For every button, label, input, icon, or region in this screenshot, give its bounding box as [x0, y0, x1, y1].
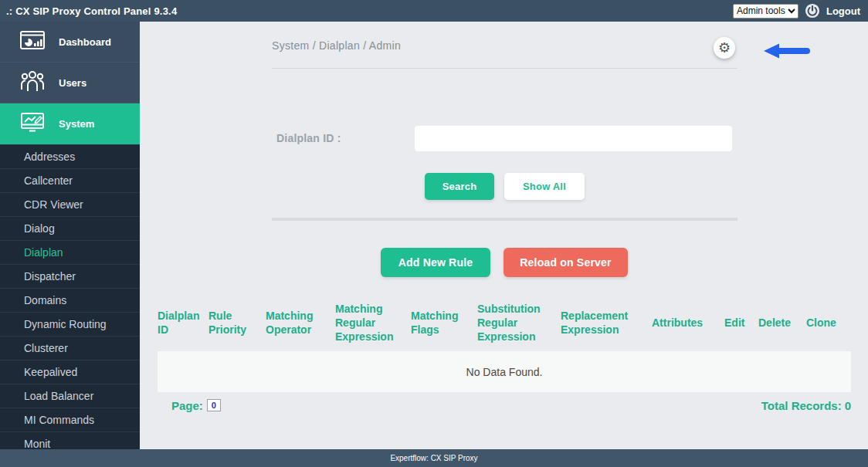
power-icon[interactable] [805, 3, 820, 19]
search-button[interactable]: Search [425, 173, 494, 200]
sidebar-item-addresses[interactable]: Addresses [0, 144, 140, 168]
sidebar-item-label: Dashboard [59, 36, 111, 48]
sidebar-sub-label: CDR Viewer [24, 198, 83, 211]
users-icon [19, 69, 46, 96]
page-number-button[interactable]: 0 [207, 399, 221, 411]
sidebar-item-callcenter[interactable]: Callcenter [0, 168, 140, 192]
sidebar-item-system[interactable]: System [0, 103, 140, 144]
admin-tools-select[interactable]: Admin tools [733, 4, 798, 19]
sidebar-item-monit[interactable]: Monit [0, 431, 140, 449]
section-divider [272, 218, 737, 221]
main-content: System / Dialplan / Admin ⚙ Dialplan ID … [140, 22, 868, 449]
sidebar-sub-label: Dispatcher [24, 270, 76, 283]
sidebar-sub-label: Keepalived [24, 366, 77, 378]
settings-button[interactable]: ⚙ [714, 37, 735, 59]
column-header: Clone [806, 316, 851, 330]
sidebar-sub-label: Addresses [24, 151, 75, 163]
sidebar-item-clusterer[interactable]: Clusterer [0, 336, 140, 360]
dialplan-id-label: Dialplan ID : [276, 132, 341, 144]
column-header: Attributes [652, 316, 724, 330]
system-icon [19, 111, 46, 137]
sidebar-sub-label: Load Balancer [24, 390, 93, 402]
sidebar-sub-label: Dialog [24, 222, 55, 235]
dashboard-icon [19, 29, 46, 54]
breadcrumb-bar: System / Dialplan / Admin [272, 39, 737, 69]
breadcrumb: System / Dialplan / Admin [272, 39, 401, 52]
sidebar-sub-label: Clusterer [24, 342, 68, 354]
rules-table-header: Dialplan ID Rule Priority Matching Opera… [158, 302, 851, 344]
footer-bar: Expertflow: CX SIP Proxy [0, 449, 868, 467]
column-header: Dialplan ID [158, 309, 209, 337]
sidebar-item-dashboard[interactable]: Dashboard [0, 22, 140, 63]
sidebar-item-dispatcher[interactable]: Dispatcher [0, 264, 140, 288]
column-header: Matching Regular Expression [335, 302, 411, 344]
sidebar-item-domains[interactable]: Domains [0, 288, 140, 312]
sidebar-item-dialplan[interactable]: Dialplan [0, 240, 140, 264]
sidebar: Dashboard Users System Addr [0, 22, 140, 449]
show-all-button[interactable]: Show All [504, 173, 585, 200]
total-records-value: 0 [845, 399, 851, 412]
sidebar-item-label: System [59, 118, 94, 130]
column-header: Replacement Expression [561, 309, 652, 337]
column-header: Matching Operator [266, 309, 335, 337]
sidebar-sub-label: Dialplan [24, 246, 63, 259]
sidebar-sub-label: MI Commands [24, 414, 94, 426]
app-title: .: CX SIP Proxy Control Panel 9.3.4 [6, 5, 177, 17]
reload-on-server-button[interactable]: Reload on Server [504, 248, 628, 277]
arrow-left-icon [762, 42, 813, 60]
sidebar-item-keepalived[interactable]: Keepalived [0, 360, 140, 384]
dialplan-id-input[interactable] [415, 126, 732, 151]
sidebar-item-dynamic-routing[interactable]: Dynamic Routing [0, 312, 140, 336]
sidebar-item-dialog[interactable]: Dialog [0, 216, 140, 240]
sidebar-item-cdr-viewer[interactable]: CDR Viewer [0, 192, 140, 216]
sidebar-sub-label: Monit [24, 438, 50, 449]
no-data-message: No Data Found. [466, 366, 543, 378]
sidebar-item-label: Users [59, 77, 86, 89]
column-header: Rule Priority [209, 309, 266, 337]
pagination-row: Page: 0 Total Records:0 [158, 395, 851, 415]
sidebar-sub-label: Dynamic Routing [24, 318, 107, 330]
sidebar-sub-label: Domains [24, 294, 66, 306]
left-arrow-annotation [762, 42, 813, 60]
top-bar: .: CX SIP Proxy Control Panel 9.3.4 Admi… [0, 0, 868, 22]
sidebar-item-users[interactable]: Users [0, 63, 140, 103]
gear-icon: ⚙ [718, 41, 731, 55]
sidebar-item-load-balancer[interactable]: Load Balancer [0, 384, 140, 408]
column-header: Edit [724, 316, 758, 330]
page-label: Page: [171, 399, 203, 412]
logout-button[interactable]: Logout [826, 5, 860, 17]
empty-table-row: No Data Found. [158, 351, 851, 392]
column-header: Delete [758, 316, 806, 330]
footer-text: Expertflow: CX SIP Proxy [390, 454, 477, 462]
add-new-rule-button[interactable]: Add New Rule [381, 248, 490, 277]
sidebar-sub-label: Callcenter [24, 174, 73, 187]
total-records: Total Records:0 [761, 399, 851, 412]
sidebar-item-mi-commands[interactable]: MI Commands [0, 408, 140, 431]
column-header: Substitution Regular Expression [477, 302, 561, 344]
column-header: Matching Flags [411, 309, 477, 337]
total-records-label: Total Records: [761, 399, 842, 412]
